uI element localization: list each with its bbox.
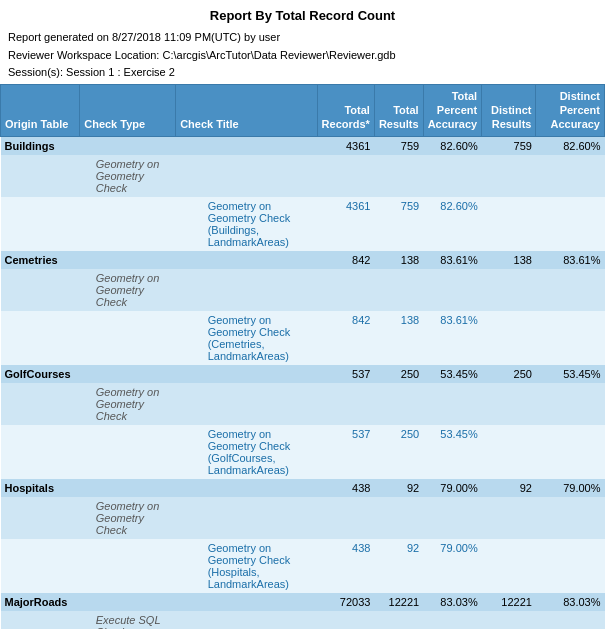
check-type-row: Geometry on Geometry Check — [1, 155, 605, 197]
check-type-cell: Geometry on Geometry Check — [80, 269, 176, 311]
origin-row: MajorRoads 72033 12221 83.03% 12221 83.0… — [1, 593, 605, 611]
col-header-total-pct: Total Percent Accuracy — [423, 84, 482, 136]
check-title-pct: 79.00% — [423, 539, 482, 593]
origin-total-pct: 82.60% — [423, 136, 482, 155]
check-type-distinct — [482, 269, 536, 311]
check-title-pct: 82.60% — [423, 197, 482, 251]
check-type-distinct-pct — [536, 383, 605, 425]
check-title-origin-cell — [1, 197, 80, 251]
origin-total-records: 537 — [317, 365, 374, 383]
check-type-row: Geometry on Geometry Check — [1, 269, 605, 311]
check-type-distinct — [482, 497, 536, 539]
check-title-cell: Geometry on Geometry Check (Cemetries, L… — [176, 311, 317, 365]
check-title-distinct — [482, 425, 536, 479]
origin-total-results: 759 — [374, 136, 423, 155]
origin-total-records: 72033 — [317, 593, 374, 611]
check-type-distinct — [482, 155, 536, 197]
col-header-check-title: Check Title — [176, 84, 317, 136]
check-title-cell: Geometry on Geometry Check (GolfCourses,… — [176, 425, 317, 479]
check-title-records: 4361 — [317, 197, 374, 251]
origin-distinct-results: 138 — [482, 251, 536, 269]
check-title-type-cell — [80, 197, 176, 251]
check-type-title-cell — [176, 269, 317, 311]
col-header-total-results: Total Results — [374, 84, 423, 136]
check-title-origin-cell — [1, 425, 80, 479]
col-header-total-records: Total Records* — [317, 84, 374, 136]
check-title-distinct — [482, 197, 536, 251]
origin-check-type-cell — [80, 593, 176, 611]
origin-table-cell: Cemetries — [1, 251, 80, 269]
col-header-check-type: Check Type — [80, 84, 176, 136]
check-title-origin-cell — [1, 311, 80, 365]
origin-check-title-cell — [176, 251, 317, 269]
check-title-cell: Geometry on Geometry Check (Buildings, L… — [176, 197, 317, 251]
check-type-distinct-pct — [536, 497, 605, 539]
check-type-results — [374, 155, 423, 197]
check-title-results: 250 — [374, 425, 423, 479]
check-type-cell: Geometry on Geometry Check — [80, 383, 176, 425]
origin-total-results: 92 — [374, 479, 423, 497]
check-type-distinct — [482, 383, 536, 425]
origin-row: GolfCourses 537 250 53.45% 250 53.45% — [1, 365, 605, 383]
col-header-origin-table: Origin Table — [1, 84, 80, 136]
check-title-distinct-pct — [536, 539, 605, 593]
check-title-row: Geometry on Geometry Check (GolfCourses,… — [1, 425, 605, 479]
check-title-pct: 83.61% — [423, 311, 482, 365]
check-type-origin-cell — [1, 611, 80, 629]
origin-distinct-results: 12221 — [482, 593, 536, 611]
check-title-row: Geometry on Geometry Check (Hospitals, L… — [1, 539, 605, 593]
meta-line3: Session(s): Session 1 : Exercise 2 — [8, 64, 597, 82]
origin-row: Cemetries 842 138 83.61% 138 83.61% — [1, 251, 605, 269]
origin-row: Buildings 4361 759 82.60% 759 82.60% — [1, 136, 605, 155]
check-type-records — [317, 269, 374, 311]
check-type-row: Geometry on Geometry Check — [1, 497, 605, 539]
check-type-results — [374, 269, 423, 311]
check-type-records — [317, 155, 374, 197]
check-title-origin-cell — [1, 539, 80, 593]
origin-distinct-pct: 53.45% — [536, 365, 605, 383]
origin-check-type-cell — [80, 479, 176, 497]
col-header-distinct-pct: Distinct Percent Accuracy — [536, 84, 605, 136]
check-type-results — [374, 611, 423, 629]
check-title-type-cell — [80, 425, 176, 479]
origin-table-cell: MajorRoads — [1, 593, 80, 611]
check-type-origin-cell — [1, 269, 80, 311]
origin-table-cell: GolfCourses — [1, 365, 80, 383]
check-type-results — [374, 497, 423, 539]
check-type-records — [317, 497, 374, 539]
check-type-row: Geometry on Geometry Check — [1, 383, 605, 425]
check-title-pct: 53.45% — [423, 425, 482, 479]
check-title-distinct-pct — [536, 311, 605, 365]
check-type-row: Execute SQL Check — [1, 611, 605, 629]
check-title-distinct-pct — [536, 425, 605, 479]
report-title: Report By Total Record Count — [0, 0, 605, 27]
check-title-records: 537 — [317, 425, 374, 479]
check-type-title-cell — [176, 497, 317, 539]
check-type-records — [317, 611, 374, 629]
check-type-pct — [423, 269, 482, 311]
origin-total-pct: 83.03% — [423, 593, 482, 611]
check-type-pct — [423, 155, 482, 197]
check-title-cell: Geometry on Geometry Check (Hospitals, L… — [176, 539, 317, 593]
origin-total-records: 4361 — [317, 136, 374, 155]
origin-check-type-cell — [80, 251, 176, 269]
check-title-results: 92 — [374, 539, 423, 593]
check-type-title-cell — [176, 155, 317, 197]
origin-check-title-cell — [176, 365, 317, 383]
check-type-pct — [423, 497, 482, 539]
check-title-type-cell — [80, 539, 176, 593]
check-title-results: 759 — [374, 197, 423, 251]
check-title-distinct-pct — [536, 197, 605, 251]
origin-total-records: 438 — [317, 479, 374, 497]
origin-distinct-pct: 79.00% — [536, 479, 605, 497]
meta-line1: Report generated on 8/27/2018 11:09 PM(U… — [8, 29, 597, 47]
origin-row: Hospitals 438 92 79.00% 92 79.00% — [1, 479, 605, 497]
origin-distinct-results: 250 — [482, 365, 536, 383]
origin-total-records: 842 — [317, 251, 374, 269]
origin-check-title-cell — [176, 593, 317, 611]
check-type-distinct-pct — [536, 269, 605, 311]
origin-check-title-cell — [176, 479, 317, 497]
check-title-distinct — [482, 311, 536, 365]
check-type-title-cell — [176, 383, 317, 425]
col-header-distinct-results: Distinct Results — [482, 84, 536, 136]
